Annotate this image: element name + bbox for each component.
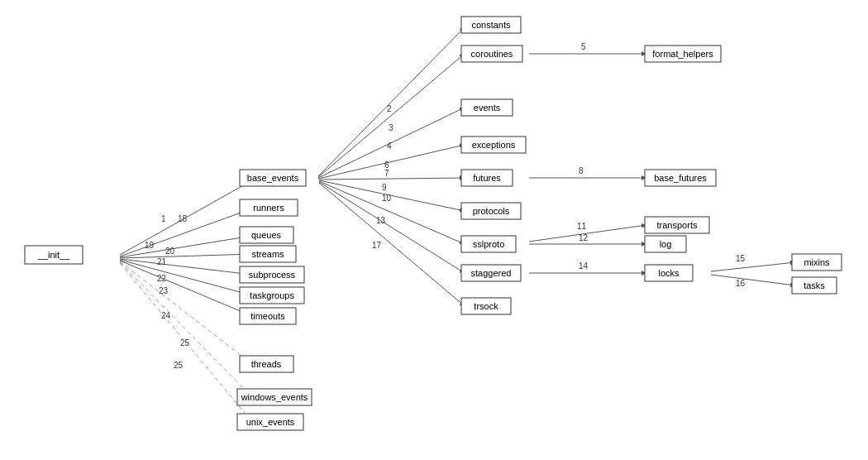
label-streams: streams xyxy=(251,249,284,259)
label-protocols: protocols xyxy=(473,206,510,216)
svg-line-12 xyxy=(120,261,252,316)
svg-text:17: 17 xyxy=(372,241,382,250)
svg-text:12: 12 xyxy=(579,233,589,242)
svg-text:15: 15 xyxy=(736,254,746,263)
svg-line-37 xyxy=(319,183,465,306)
label-sslproto: sslproto xyxy=(473,239,505,249)
svg-text:23: 23 xyxy=(159,286,169,295)
svg-text:1: 1 xyxy=(161,214,166,223)
label-init: __init__ xyxy=(37,250,70,260)
label-base-futures: base_futures xyxy=(654,173,707,183)
label-queues: queues xyxy=(251,230,282,240)
svg-line-5 xyxy=(120,254,252,258)
label-futures: futures xyxy=(473,173,501,183)
svg-text:20: 20 xyxy=(165,247,175,256)
svg-line-20 xyxy=(318,27,465,176)
svg-line-14 xyxy=(120,261,252,364)
label-taskgroups: taskgroups xyxy=(250,290,294,300)
label-staggered: staggered xyxy=(471,268,512,278)
label-subprocess: subprocess xyxy=(249,270,296,280)
label-events: events xyxy=(474,103,501,113)
svg-line-48 xyxy=(711,262,795,271)
label-base-events: base_events xyxy=(247,173,299,183)
svg-text:3: 3 xyxy=(389,123,393,132)
svg-text:14: 14 xyxy=(579,261,589,271)
svg-text:5: 5 xyxy=(581,42,586,51)
svg-line-10 xyxy=(120,260,252,295)
svg-text:21: 21 xyxy=(157,257,167,266)
svg-line-8 xyxy=(120,259,252,275)
label-unix-events: unix_events xyxy=(246,417,295,427)
svg-text:16: 16 xyxy=(736,279,746,288)
svg-line-4 xyxy=(120,236,252,257)
svg-text:9: 9 xyxy=(382,183,387,192)
label-transports: transports xyxy=(657,220,698,230)
label-coroutines: coroutines xyxy=(471,49,513,59)
label-tasks: tasks xyxy=(804,280,825,290)
svg-text:10: 10 xyxy=(382,194,392,203)
svg-text:18: 18 xyxy=(178,214,188,223)
svg-line-21 xyxy=(318,54,465,177)
svg-text:25: 25 xyxy=(174,361,184,370)
svg-text:7: 7 xyxy=(384,169,389,178)
svg-line-17 xyxy=(120,262,252,397)
label-windows-events: windows_events xyxy=(241,392,308,402)
svg-text:4: 4 xyxy=(387,141,392,151)
label-timeouts: timeouts xyxy=(250,311,285,321)
svg-text:2: 2 xyxy=(387,104,392,113)
label-mixins: mixins xyxy=(804,257,830,267)
svg-text:25: 25 xyxy=(180,338,190,347)
label-exceptions: exceptions xyxy=(472,140,516,150)
svg-text:19: 19 xyxy=(145,241,155,250)
label-constants: constants xyxy=(471,20,511,30)
svg-text:8: 8 xyxy=(579,166,584,175)
svg-line-50 xyxy=(711,275,795,285)
label-locks: locks xyxy=(658,268,680,278)
svg-line-27 xyxy=(319,178,465,180)
label-threads: threads xyxy=(251,359,282,369)
svg-text:11: 11 xyxy=(577,222,587,231)
label-runners: runners xyxy=(253,203,284,213)
label-log: log xyxy=(660,239,672,249)
svg-line-33 xyxy=(319,181,465,244)
label-trsock: trsock xyxy=(474,301,498,311)
label-format-helpers: format_helpers xyxy=(652,49,713,59)
